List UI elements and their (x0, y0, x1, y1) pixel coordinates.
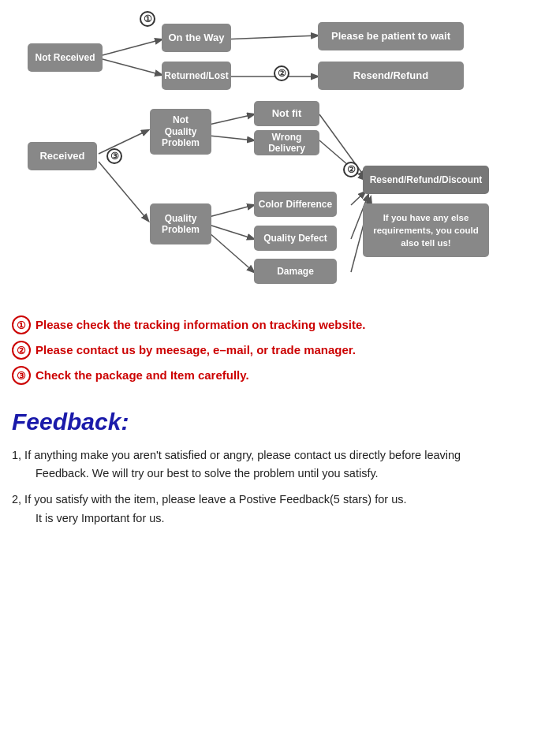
feedback-item-2: 2, If you satisfy with the item, please … (12, 491, 548, 527)
resend-refund-box: Resend/Refund (318, 62, 464, 90)
on-the-way-box: On the Way (162, 24, 231, 52)
svg-line-4 (99, 130, 148, 154)
svg-line-5 (99, 162, 148, 221)
not-received-box: Not Received (28, 43, 103, 72)
svg-line-8 (209, 205, 254, 217)
instruction-2: ② Please contact us by meesage, e–mail, … (12, 341, 548, 360)
marker-2a: ② (274, 65, 289, 81)
flowchart: Not Received On the Way Returned/Lost Pl… (12, 8, 548, 308)
instr-text-2: Please contact us by meesage, e–mail, or… (35, 343, 356, 356)
color-difference-box: Color Difference (254, 192, 337, 217)
instr-text-3: Check the package and Item carefully. (35, 368, 249, 382)
if-you-have-box: If you have any else requirements, you c… (363, 203, 489, 257)
feedback-title: Feedback: (12, 409, 548, 435)
svg-line-7 (209, 136, 254, 140)
svg-line-10 (209, 233, 254, 272)
svg-line-9 (209, 225, 254, 239)
feedback-section: Feedback: 1, If anything make you aren't… (12, 409, 548, 528)
wrong-delivery-box: Wrong Delivery (254, 130, 319, 155)
instr-num-3: ③ (12, 366, 31, 385)
feedback-item-2-indent: It is very Important for us. (12, 509, 548, 528)
feedback-item-2-label: 2, If you satisfy with the item, please … (12, 493, 406, 506)
marker-1: ① (140, 11, 155, 27)
received-box: Received (28, 142, 97, 170)
damage-box: Damage (254, 259, 337, 284)
svg-line-0 (103, 39, 162, 55)
svg-line-13 (351, 192, 365, 205)
svg-line-2 (222, 35, 318, 39)
resend-refund-discount-box: Resend/Refund/Discount (363, 166, 489, 194)
svg-line-6 (209, 114, 254, 125)
please-wait-box: Please be patient to wait (318, 22, 464, 50)
instructions-section: ① Please check the tracking information … (12, 315, 548, 385)
feedback-item-1-indent: Feedback. We will try our best to solve … (12, 465, 548, 483)
not-fit-box: Not fit (254, 101, 319, 126)
marker-3: ③ (106, 148, 122, 164)
marker-2b: ② (343, 162, 359, 177)
svg-line-12 (319, 140, 365, 180)
not-quality-problem-box: Not Quality Problem (150, 109, 211, 155)
feedback-item-1: 1, If anything make you aren't satisfied… (12, 446, 548, 483)
instr-text-1: Please check the tracking information on… (35, 318, 365, 331)
returned-lost-box: Returned/Lost (162, 62, 231, 90)
instr-num-1: ① (12, 315, 31, 334)
quality-defect-box: Quality Defect (254, 226, 337, 251)
svg-line-1 (103, 59, 162, 75)
instruction-3: ③ Check the package and Item carefully. (12, 366, 548, 385)
quality-problem-box: Quality Problem (150, 203, 211, 244)
feedback-item-1-label: 1, If anything make you aren't satisfied… (12, 449, 461, 461)
instr-num-2: ② (12, 341, 31, 360)
instruction-1: ① Please check the tracking information … (12, 315, 548, 334)
